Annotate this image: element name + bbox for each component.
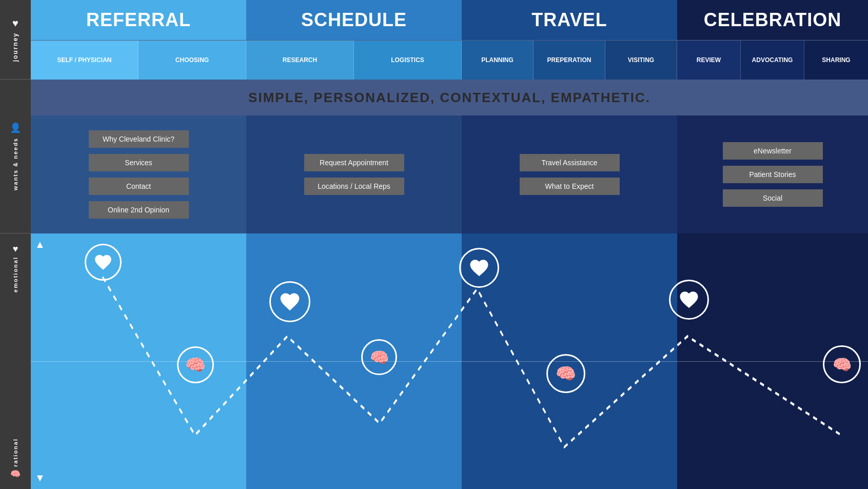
- brain-icon-1: 🧠: [185, 355, 206, 375]
- y-axis-bottom-arrow: ▼: [35, 472, 45, 484]
- rational-label: rational: [12, 438, 18, 467]
- travel-header: TRAVEL: [462, 0, 677, 40]
- tagline-text: SIMPLE, PERSONALIZED, CONTEXTUAL, EMPATH…: [248, 90, 650, 106]
- side-wants: 👤 wants & needs: [0, 80, 31, 233]
- journey-advocating: ADVOCATING: [741, 41, 804, 80]
- what-to-expect-btn[interactable]: What to Expect: [520, 178, 620, 195]
- person-icon: 👤: [10, 122, 21, 133]
- node-heart-3: [459, 248, 499, 288]
- side-emotional: ♥ emotional rational 🧠: [0, 233, 31, 489]
- tagline-band: SIMPLE, PERSONALIZED, CONTEXTUAL, EMPATH…: [31, 80, 868, 115]
- celebration-header: CELEBRATION: [677, 0, 868, 40]
- travel-assist-btn[interactable]: Travel Assistance: [520, 154, 620, 171]
- wants-needs-area: Why Cleveland Clinic? Services Contact O…: [31, 115, 868, 233]
- side-journey: ♥ journey: [0, 0, 31, 80]
- emotional-label: emotional: [12, 257, 18, 292]
- journey-label: journey: [12, 32, 19, 62]
- node-heart-4: [669, 280, 709, 320]
- brain-icon: 🧠: [10, 469, 21, 479]
- journey-self: SELF / PHYSICIAN: [31, 41, 139, 80]
- needs-celebration: eNewsletter Patient Stories Social: [677, 115, 868, 233]
- needs-referral: Why Cleveland Clinic? Services Contact O…: [31, 115, 246, 233]
- why-cleveland-btn[interactable]: Why Cleveland Clinic?: [89, 130, 189, 148]
- social-btn[interactable]: Social: [723, 189, 823, 207]
- heart-svg-3: [468, 257, 490, 279]
- journey-preparation: PREPERATION: [534, 41, 605, 80]
- brain-icon-2: 🧠: [370, 348, 389, 366]
- locations-reps-btn[interactable]: Locations / Local Reps: [304, 178, 404, 195]
- heart-svg-4: [678, 289, 700, 310]
- journey-visiting: VISITING: [605, 41, 677, 80]
- services-btn[interactable]: Services: [89, 154, 189, 171]
- patient-stories-btn[interactable]: Patient Stories: [723, 166, 823, 183]
- schedule-header: SCHEDULE: [246, 0, 462, 40]
- needs-schedule: Request Appointment Locations / Local Re…: [246, 115, 462, 233]
- journey-review: REVIEW: [677, 41, 741, 80]
- heart-small-icon: ♥: [13, 244, 18, 255]
- heart-icon: ♥: [12, 17, 18, 29]
- emotion-path-svg: [31, 233, 868, 489]
- brain-icon-3: 🧠: [556, 364, 576, 383]
- contact-btn[interactable]: Contact: [89, 178, 189, 195]
- node-brain-1: 🧠: [177, 346, 214, 383]
- node-brain-2: 🧠: [361, 339, 397, 375]
- heart-svg-2: [279, 290, 301, 313]
- referral-header: REFERRAL: [31, 0, 246, 40]
- journey-planning: PLANNING: [462, 41, 534, 80]
- needs-travel: Travel Assistance What to Expect: [462, 115, 677, 233]
- node-brain-4: 🧠: [823, 345, 861, 383]
- online-opinion-btn[interactable]: Online 2nd Opinion: [89, 201, 189, 219]
- node-heart-1: [85, 244, 122, 281]
- enewsletter-btn[interactable]: eNewsletter: [723, 142, 823, 160]
- heart-svg-1: [93, 252, 113, 272]
- request-appt-btn[interactable]: Request Appointment: [304, 154, 404, 171]
- journey-research: RESEARCH: [246, 41, 354, 80]
- node-brain-3: 🧠: [546, 354, 585, 393]
- node-heart-2: [269, 281, 310, 322]
- wants-label: wants & needs: [12, 138, 18, 190]
- journey-logistics: LOGISTICS: [354, 41, 462, 80]
- y-axis-top-arrow: ▲: [35, 239, 45, 250]
- journey-choosing: CHOOSING: [139, 41, 246, 80]
- journey-sharing: SHARING: [804, 41, 868, 80]
- brain-icon-4: 🧠: [833, 356, 852, 374]
- emotional-chart: 🧠 🧠 🧠: [31, 233, 868, 489]
- section-headers: REFERRAL SCHEDULE TRAVEL CELEBRATION: [31, 0, 868, 40]
- journey-headers: SELF / PHYSICIAN CHOOSING RESEARCH LOGIS…: [31, 40, 868, 80]
